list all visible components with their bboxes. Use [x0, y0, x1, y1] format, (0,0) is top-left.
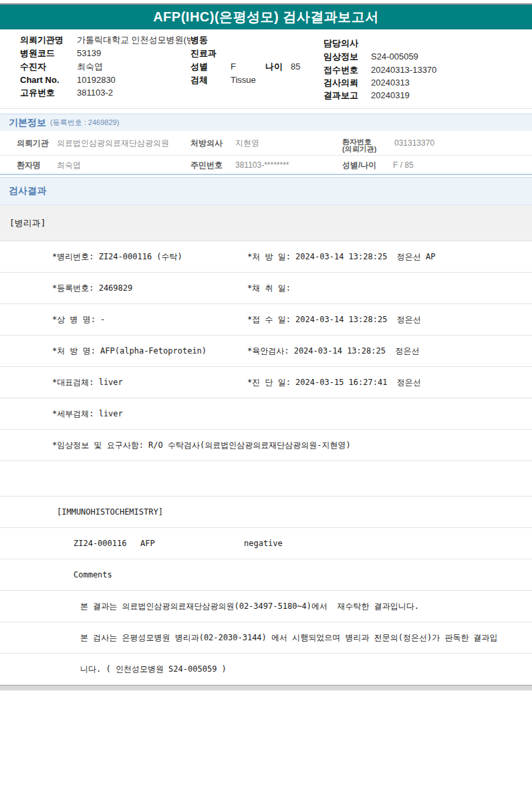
comments-label: Comments [74, 570, 112, 579]
label-age: 나이 [265, 61, 283, 72]
result-row-comment-3: 니다. ( 인천성모병원 S24-005059 ) [0, 654, 532, 685]
basic-info-row-2: 환자명 최숙엽 주민번호 381103-******** 성별/나이 F / 8… [0, 156, 532, 175]
page-title: AFP(IHC)(은평성모) 검사결과보고서 [153, 9, 379, 24]
result-row-sub-specimen: *세부검체: liver [0, 398, 532, 430]
label-patient-name2: 환자명 [17, 159, 41, 170]
result-row-ihc-header: [IMMUNOHISTOCHEMISTRY] [0, 497, 532, 528]
result-row-comments-label: Comments [0, 559, 532, 591]
pathology-no: *병리번호: ZI24-000116 (수탁) [52, 251, 182, 263]
value-hospital-code: 53139 [77, 48, 101, 59]
value-specimen: Tissue [231, 75, 256, 86]
label-department: 진료과 [190, 48, 217, 59]
value-patient-no: 031313370 [394, 138, 434, 148]
registration-no: *등록번호: 2469829 [52, 283, 132, 294]
label-patient-no-line2: (의뢰기관) [342, 145, 376, 153]
label-unique-no: 고유번호 [20, 88, 55, 98]
prescription-date: *처 방 일: 2024-03-14 13:28:25 정은선 AP [247, 251, 436, 263]
value-age: 85 [291, 61, 300, 72]
result-row-diagnosis-name: *상 병 명: - *접 수 일: 2024-03-14 13:28:25 정은… [0, 304, 532, 336]
value-report-date: 20240319 [371, 90, 410, 101]
collection-date: *채 취 일: [247, 283, 291, 294]
clinical-request: *임상정보 및 요구사항: R/O 수탁검사(의료법인삼광의료재단삼광의원-지현… [52, 440, 351, 451]
result-row-blank [0, 461, 532, 497]
ihc-result: negative [244, 539, 283, 548]
main-specimen: *대표검체: liver [52, 377, 123, 388]
value-patient-name2: 최숙엽 [57, 159, 81, 170]
label-chart-no: Chart No. [20, 75, 59, 86]
label-accession-no: 접수번호 [323, 65, 358, 76]
label-patient-name: 수진자 [20, 61, 46, 72]
gross-exam-date: *육안검사: 2024-03-14 13:28:25 정은선 [247, 346, 419, 357]
result-row-order-name: *처 방 명: AFP(alpha-Fetoprotein) *육안검사: 20… [0, 336, 532, 367]
label-clinical-info: 임상정보 [323, 51, 358, 62]
department-row: [병리과] [0, 205, 532, 241]
label-resident-no: 주민번호 [190, 159, 223, 170]
receipt-date: *접 수 일: 2024-03-14 13:28:25 정은선 [247, 314, 421, 325]
diagnosis-name: *상 병 명: - [52, 314, 105, 325]
label-ward: 병동 [190, 35, 208, 45]
label-requesting-org: 의뢰기관명 [20, 35, 63, 45]
results-title: 검사결과 [9, 185, 46, 197]
label-sex: 성별 [190, 61, 208, 72]
value-requesting-org: 가톨릭대학교 인천성모병원(병ㄹ [77, 35, 190, 45]
section-results-header: 검사결과 [0, 177, 532, 205]
result-row-main-specimen: *대표검체: liver *진 단 일: 2024-03-15 16:27:41… [0, 367, 532, 398]
basic-info-row-1: 의뢰기관 의료법인삼광의료재단삼광의원 처방의사 지현영 환자번호 (의뢰기관)… [0, 131, 532, 156]
bottom-bar [0, 685, 532, 690]
value-patient-name: 최숙엽 [77, 61, 103, 72]
label-hospital-code: 병원코드 [20, 48, 55, 59]
sub-specimen: *세부검체: liver [52, 408, 123, 420]
value-sex: F [231, 61, 236, 72]
value-referring-org: 의료법인삼광의료재단삼광의원 [57, 138, 169, 149]
value-prescribing-doctor: 지현영 [235, 138, 259, 149]
value-resident-no: 381103-******** [235, 160, 289, 170]
report-title-bar: AFP(IHC)(은평성모) 검사결과보고서 [0, 3, 532, 29]
result-row-clinical-request: *임상정보 및 요구사항: R/O 수탁검사(의료법인삼광의료재단삼광의원-지현… [0, 430, 532, 461]
result-row-ihc-data: ZI24-000116 AFP negative [0, 528, 532, 559]
ihc-code: ZI24-000116 [74, 539, 126, 548]
result-row-comment-1: 본 결과는 의료법인삼광의료재단삼광의원(02-3497-5180~4)에서 재… [0, 591, 532, 622]
result-row-pathology-no: *병리번호: ZI24-000116 (수탁) *처 방 일: 2024-03-… [0, 241, 532, 273]
section-basic-info-header: 기본정보 (등록번호 : 2469829) [0, 114, 532, 131]
diagnosis-date: *진 단 일: 2024-03-15 16:27:41 정은선 [247, 377, 421, 388]
order-name: *처 방 명: AFP(alpha-Fetoprotein) [52, 346, 207, 357]
basic-info-registration-no: (등록번호 : 2469829) [50, 118, 119, 128]
patient-summary: 의뢰기관명 병원코드 수진자 Chart No. 고유번호 가톨릭대학교 인천성… [0, 35, 532, 109]
comment-line-2: 본 검사는 은평성모병원 병리과(02-2030-3144) 에서 시행되었으며… [80, 632, 498, 644]
value-unique-no: 381103-2 [77, 88, 113, 98]
value-sex-age: F / 85 [393, 160, 414, 170]
result-row-comment-2: 본 검사는 은평성모병원 병리과(02-2030-3144) 에서 시행되었으며… [0, 622, 532, 654]
label-attending-doctor: 담당의사 [323, 38, 358, 49]
value-request-date: 20240313 [371, 78, 410, 88]
label-sex-age: 성별/나이 [342, 159, 376, 170]
value-accession-no: 20240313-13370 [371, 65, 436, 76]
value-chart-no: 10192830 [77, 75, 116, 86]
ihc-test-name: AFP [140, 539, 155, 548]
label-report-date: 결과보고 [323, 90, 358, 101]
label-request-date: 검사의뢰 [323, 78, 358, 88]
comment-line-1: 본 결과는 의료법인삼광의료재단삼광의원(02-3497-5180~4)에서 재… [80, 601, 419, 612]
label-specimen: 검체 [190, 75, 208, 86]
value-clinical-info: S24-005059 [371, 51, 418, 62]
report-page: AFP(IHC)(은평성모) 검사결과보고서 의뢰기관명 병원코드 수진자 Ch… [0, 0, 532, 796]
label-referring-org: 의뢰기관 [17, 138, 49, 149]
ihc-section-title: [IMMUNOHISTOCHEMISTRY] [57, 507, 163, 517]
comment-line-3: 니다. ( 인천성모병원 S24-005059 ) [80, 664, 227, 675]
department-label: [병리과] [9, 217, 46, 229]
basic-info-title: 기본정보 [9, 117, 46, 129]
label-prescribing-doctor: 처방의사 [190, 138, 223, 149]
result-row-registration-no: *등록번호: 2469829 *채 취 일: [0, 273, 532, 304]
